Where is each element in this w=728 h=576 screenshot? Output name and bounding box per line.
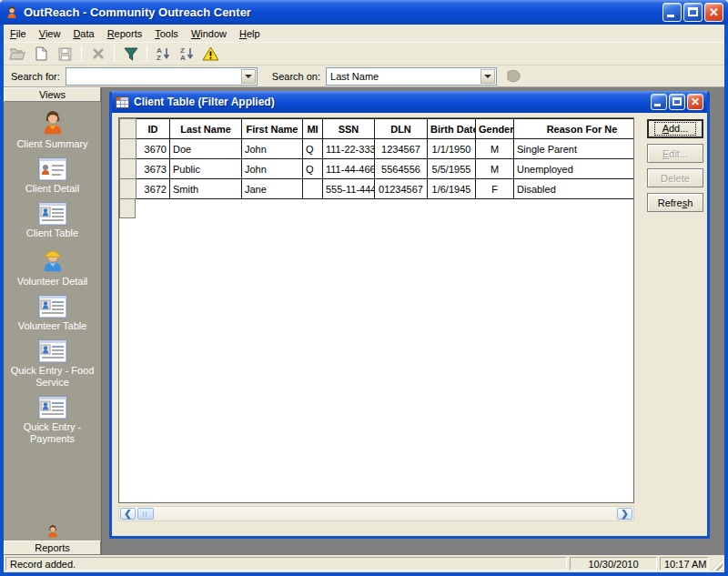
cell-gender[interactable]: F (476, 179, 514, 199)
filter-button[interactable] (120, 44, 141, 64)
sidebar-item-quick-entry-payments[interactable]: Quick Entry - Payments (5, 396, 100, 445)
client-table: ID Last Name First Name MI SSN DLN Birth… (119, 118, 634, 199)
scrollbar-thumb[interactable] (137, 508, 154, 520)
menu-window[interactable]: Window (185, 26, 233, 41)
cell-dln[interactable]: 5564556 (375, 159, 428, 179)
new-document-icon (35, 46, 47, 61)
table-card-icon (38, 295, 67, 318)
cell-dln[interactable]: 01234567 (375, 179, 428, 199)
table-row: 3672 Smith Jane 555-11-4444 01234567 1/6… (120, 179, 635, 199)
views-section-button[interactable]: Views (4, 87, 101, 102)
cell-reason[interactable]: Disabled (514, 179, 635, 199)
column-header-first-name[interactable]: First Name (242, 119, 303, 139)
column-header-last-name[interactable]: Last Name (170, 119, 242, 139)
menu-file[interactable]: File (4, 26, 33, 41)
menu-reports[interactable]: Reports (101, 26, 149, 41)
inner-minimize-button[interactable] (651, 94, 667, 110)
cell-mi[interactable] (303, 179, 323, 199)
column-header-gender[interactable]: Gender (476, 119, 514, 139)
sidebar-item-volunteer-table[interactable]: Volunteer Table (5, 295, 100, 332)
edit-button: Edit... (647, 144, 703, 163)
cell-gender[interactable]: M (476, 159, 514, 179)
cell-mi[interactable]: Q (303, 139, 323, 159)
status-bar: Record added. 10/30/2010 10:17 AM (4, 555, 724, 572)
chevron-down-icon[interactable] (241, 69, 256, 84)
search-on-label: Search on: (272, 71, 320, 82)
reports-section-button[interactable]: Reports (4, 541, 101, 555)
maximize-button[interactable] (683, 3, 703, 22)
chevron-down-icon[interactable] (480, 69, 495, 84)
search-for-input[interactable] (66, 67, 258, 86)
close-button[interactable]: ✕ (704, 3, 723, 22)
status-message: Record added. (5, 557, 567, 571)
sidebar-item-client-detail[interactable]: Client Detail (5, 157, 100, 195)
menu-help[interactable]: Help (233, 26, 267, 41)
cell-reason[interactable]: Unemployed (514, 159, 635, 179)
inner-maximize-button[interactable] (669, 94, 685, 110)
column-header-reason[interactable]: Reason For Ne (514, 119, 635, 139)
sort-ascending-button[interactable]: AZ (153, 44, 174, 64)
row-selector[interactable] (120, 179, 136, 199)
open-file-button (7, 44, 28, 64)
sort-descending-button[interactable]: ZA (177, 44, 197, 64)
cell-last-name[interactable]: Public (170, 159, 242, 179)
application-window: OutReach - Community Outreach Center ✕ F… (0, 0, 728, 576)
cell-first-name[interactable]: Jane (242, 179, 303, 199)
cell-last-name[interactable]: Smith (170, 179, 242, 199)
add-button[interactable]: Add... (647, 119, 703, 138)
warning-triangle-icon (202, 46, 219, 61)
status-date: 10/30/2010 (570, 557, 657, 571)
cell-id[interactable]: 3672 (136, 179, 170, 199)
cell-ssn[interactable]: 111-44-4666 (323, 159, 375, 179)
cell-birth-date[interactable]: 5/5/1955 (428, 159, 476, 179)
cell-reason[interactable]: Single Parent (514, 139, 635, 159)
search-go-icon (505, 69, 521, 84)
title-bar[interactable]: OutReach - Community Outreach Center ✕ (0, 0, 728, 25)
row-selector[interactable] (120, 139, 136, 159)
cell-last-name[interactable]: Doe (170, 139, 242, 159)
cell-ssn[interactable]: 111-22-3333 (323, 139, 375, 159)
sort-ascending-icon: AZ (156, 46, 171, 61)
cell-birth-date[interactable]: 1/6/1945 (428, 179, 476, 199)
cell-gender[interactable]: M (476, 139, 514, 159)
menu-tools[interactable]: Tools (148, 26, 185, 41)
cell-birth-date[interactable]: 1/1/1950 (428, 139, 476, 159)
menu-data[interactable]: Data (66, 26, 100, 41)
scroll-right-button[interactable]: ❯ (617, 508, 632, 520)
sidebar-item-quick-entry-food-service[interactable]: Quick Entry - Food Service (5, 339, 100, 389)
warning-button[interactable] (200, 44, 221, 64)
column-header-mi[interactable]: MI (303, 119, 323, 139)
cell-ssn[interactable]: 555-11-4444 (323, 179, 375, 199)
sidebar-item-volunteer-detail[interactable]: Volunteer Detail (5, 247, 100, 288)
horizontal-scrollbar[interactable]: ❮ ❯ (118, 506, 634, 521)
client-table-content: ID Last Name First Name MI SSN DLN Birth… (112, 113, 707, 533)
cell-first-name[interactable]: John (242, 159, 303, 179)
inner-close-button[interactable]: ✕ (687, 94, 703, 110)
select-all-cell[interactable] (120, 119, 136, 139)
row-selector[interactable] (120, 159, 136, 179)
cell-first-name[interactable]: John (242, 139, 303, 159)
new-row-selector[interactable] (119, 198, 136, 218)
column-header-birth-date[interactable]: Birth Date (428, 119, 476, 139)
volunteer-person-icon (39, 247, 66, 274)
resize-grip[interactable] (712, 560, 723, 571)
minimize-button[interactable] (662, 3, 682, 22)
menu-view[interactable]: View (33, 26, 67, 41)
sidebar-item-client-summary[interactable]: Client Summary (5, 109, 100, 150)
status-time: 10:17 AM (660, 557, 709, 571)
column-header-id[interactable]: ID (136, 119, 170, 139)
refresh-button[interactable]: Refresh (647, 193, 703, 212)
search-on-select[interactable]: Last Name (326, 67, 497, 86)
scroll-left-button[interactable]: ❮ (120, 508, 136, 520)
cell-mi[interactable]: Q (303, 159, 323, 179)
new-record-button[interactable] (31, 44, 52, 64)
client-person-icon (39, 109, 66, 136)
table-row: 3670 Doe John Q 111-22-3333 1234567 1/1/… (120, 139, 635, 159)
cell-id[interactable]: 3673 (136, 159, 170, 179)
column-header-dln[interactable]: DLN (375, 119, 428, 139)
column-header-ssn[interactable]: SSN (323, 119, 375, 139)
cell-dln[interactable]: 1234567 (375, 139, 428, 159)
cell-id[interactable]: 3670 (136, 139, 170, 159)
client-table-title-bar[interactable]: Client Table (Filter Applied) ✕ (112, 91, 707, 113)
sidebar-item-client-table[interactable]: Client Table (5, 202, 100, 239)
